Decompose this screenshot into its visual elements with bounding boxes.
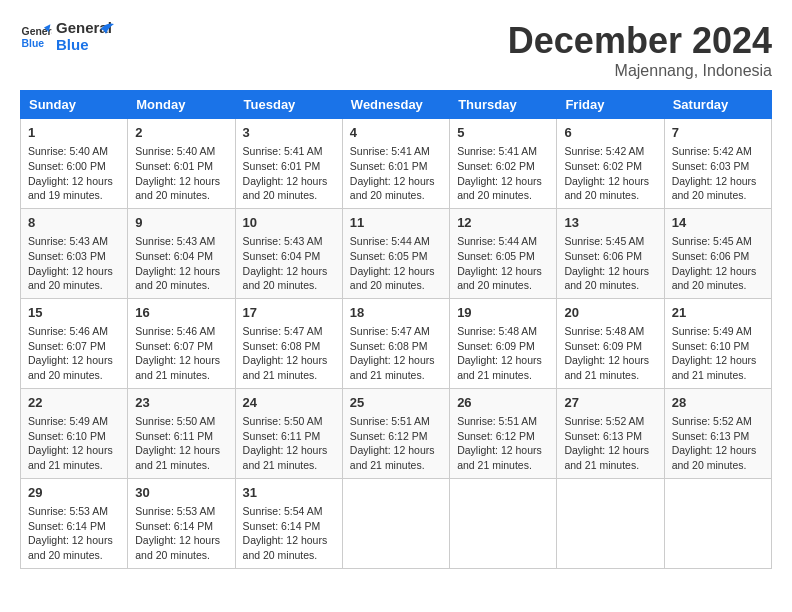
calendar-cell: 22Sunrise: 5:49 AM Sunset: 6:10 PM Dayli… [21,388,128,478]
day-info: Sunrise: 5:47 AM Sunset: 6:08 PM Dayligh… [350,324,442,383]
day-number: 16 [135,304,227,322]
day-number: 6 [564,124,656,142]
calendar-week-row: 1Sunrise: 5:40 AM Sunset: 6:00 PM Daylig… [21,119,772,209]
calendar-cell: 7Sunrise: 5:42 AM Sunset: 6:03 PM Daylig… [664,119,771,209]
calendar-cell: 23Sunrise: 5:50 AM Sunset: 6:11 PM Dayli… [128,388,235,478]
calendar-cell: 10Sunrise: 5:43 AM Sunset: 6:04 PM Dayli… [235,208,342,298]
calendar-cell: 4Sunrise: 5:41 AM Sunset: 6:01 PM Daylig… [342,119,449,209]
day-number: 28 [672,394,764,412]
day-info: Sunrise: 5:43 AM Sunset: 6:03 PM Dayligh… [28,234,120,293]
logo-bird-icon [86,20,114,40]
calendar-cell: 8Sunrise: 5:43 AM Sunset: 6:03 PM Daylig… [21,208,128,298]
calendar-cell [342,478,449,568]
day-number: 22 [28,394,120,412]
day-info: Sunrise: 5:53 AM Sunset: 6:14 PM Dayligh… [28,504,120,563]
day-number: 26 [457,394,549,412]
day-number: 3 [243,124,335,142]
day-info: Sunrise: 5:50 AM Sunset: 6:11 PM Dayligh… [243,414,335,473]
day-number: 7 [672,124,764,142]
day-info: Sunrise: 5:52 AM Sunset: 6:13 PM Dayligh… [564,414,656,473]
day-info: Sunrise: 5:46 AM Sunset: 6:07 PM Dayligh… [28,324,120,383]
day-info: Sunrise: 5:45 AM Sunset: 6:06 PM Dayligh… [672,234,764,293]
day-number: 5 [457,124,549,142]
column-header-monday: Monday [128,91,235,119]
day-info: Sunrise: 5:53 AM Sunset: 6:14 PM Dayligh… [135,504,227,563]
day-info: Sunrise: 5:40 AM Sunset: 6:01 PM Dayligh… [135,144,227,203]
day-number: 15 [28,304,120,322]
calendar-cell: 16Sunrise: 5:46 AM Sunset: 6:07 PM Dayli… [128,298,235,388]
day-info: Sunrise: 5:54 AM Sunset: 6:14 PM Dayligh… [243,504,335,563]
day-info: Sunrise: 5:41 AM Sunset: 6:01 PM Dayligh… [243,144,335,203]
day-number: 2 [135,124,227,142]
day-number: 8 [28,214,120,232]
calendar-cell: 20Sunrise: 5:48 AM Sunset: 6:09 PM Dayli… [557,298,664,388]
column-header-thursday: Thursday [450,91,557,119]
logo-icon: General Blue [20,21,52,53]
day-number: 24 [243,394,335,412]
calendar-cell: 19Sunrise: 5:48 AM Sunset: 6:09 PM Dayli… [450,298,557,388]
calendar-cell: 31Sunrise: 5:54 AM Sunset: 6:14 PM Dayli… [235,478,342,568]
calendar-cell [664,478,771,568]
calendar-cell: 11Sunrise: 5:44 AM Sunset: 6:05 PM Dayli… [342,208,449,298]
calendar-cell [557,478,664,568]
day-info: Sunrise: 5:44 AM Sunset: 6:05 PM Dayligh… [350,234,442,293]
day-info: Sunrise: 5:42 AM Sunset: 6:02 PM Dayligh… [564,144,656,203]
svg-text:Blue: Blue [22,37,45,48]
day-info: Sunrise: 5:45 AM Sunset: 6:06 PM Dayligh… [564,234,656,293]
logo: General Blue General Blue [20,20,114,53]
day-info: Sunrise: 5:51 AM Sunset: 6:12 PM Dayligh… [350,414,442,473]
calendar-cell: 6Sunrise: 5:42 AM Sunset: 6:02 PM Daylig… [557,119,664,209]
calendar-week-row: 15Sunrise: 5:46 AM Sunset: 6:07 PM Dayli… [21,298,772,388]
day-info: Sunrise: 5:42 AM Sunset: 6:03 PM Dayligh… [672,144,764,203]
column-header-wednesday: Wednesday [342,91,449,119]
day-number: 1 [28,124,120,142]
day-number: 4 [350,124,442,142]
day-info: Sunrise: 5:43 AM Sunset: 6:04 PM Dayligh… [135,234,227,293]
calendar-cell: 17Sunrise: 5:47 AM Sunset: 6:08 PM Dayli… [235,298,342,388]
day-number: 14 [672,214,764,232]
day-number: 13 [564,214,656,232]
day-info: Sunrise: 5:49 AM Sunset: 6:10 PM Dayligh… [672,324,764,383]
day-info: Sunrise: 5:52 AM Sunset: 6:13 PM Dayligh… [672,414,764,473]
location-subtitle: Majennang, Indonesia [508,62,772,80]
day-number: 18 [350,304,442,322]
day-number: 10 [243,214,335,232]
day-number: 31 [243,484,335,502]
calendar-week-row: 29Sunrise: 5:53 AM Sunset: 6:14 PM Dayli… [21,478,772,568]
calendar-cell: 5Sunrise: 5:41 AM Sunset: 6:02 PM Daylig… [450,119,557,209]
day-info: Sunrise: 5:40 AM Sunset: 6:00 PM Dayligh… [28,144,120,203]
day-number: 12 [457,214,549,232]
month-title: December 2024 [508,20,772,62]
calendar-cell: 2Sunrise: 5:40 AM Sunset: 6:01 PM Daylig… [128,119,235,209]
column-header-sunday: Sunday [21,91,128,119]
column-header-saturday: Saturday [664,91,771,119]
day-number: 23 [135,394,227,412]
calendar-cell: 26Sunrise: 5:51 AM Sunset: 6:12 PM Dayli… [450,388,557,478]
calendar-cell: 21Sunrise: 5:49 AM Sunset: 6:10 PM Dayli… [664,298,771,388]
page-header: General Blue General Blue December 2024 … [20,20,772,80]
day-number: 9 [135,214,227,232]
day-number: 20 [564,304,656,322]
day-number: 27 [564,394,656,412]
day-info: Sunrise: 5:41 AM Sunset: 6:02 PM Dayligh… [457,144,549,203]
title-block: December 2024 Majennang, Indonesia [508,20,772,80]
day-number: 29 [28,484,120,502]
day-info: Sunrise: 5:46 AM Sunset: 6:07 PM Dayligh… [135,324,227,383]
calendar-cell: 9Sunrise: 5:43 AM Sunset: 6:04 PM Daylig… [128,208,235,298]
calendar-cell: 15Sunrise: 5:46 AM Sunset: 6:07 PM Dayli… [21,298,128,388]
day-info: Sunrise: 5:51 AM Sunset: 6:12 PM Dayligh… [457,414,549,473]
column-header-friday: Friday [557,91,664,119]
calendar-cell: 14Sunrise: 5:45 AM Sunset: 6:06 PM Dayli… [664,208,771,298]
calendar-cell: 25Sunrise: 5:51 AM Sunset: 6:12 PM Dayli… [342,388,449,478]
calendar-cell: 29Sunrise: 5:53 AM Sunset: 6:14 PM Dayli… [21,478,128,568]
day-number: 30 [135,484,227,502]
calendar-cell: 13Sunrise: 5:45 AM Sunset: 6:06 PM Dayli… [557,208,664,298]
day-info: Sunrise: 5:48 AM Sunset: 6:09 PM Dayligh… [564,324,656,383]
calendar-table: SundayMondayTuesdayWednesdayThursdayFrid… [20,90,772,569]
calendar-cell: 30Sunrise: 5:53 AM Sunset: 6:14 PM Dayli… [128,478,235,568]
calendar-cell [450,478,557,568]
day-info: Sunrise: 5:44 AM Sunset: 6:05 PM Dayligh… [457,234,549,293]
day-number: 17 [243,304,335,322]
day-info: Sunrise: 5:48 AM Sunset: 6:09 PM Dayligh… [457,324,549,383]
calendar-cell: 1Sunrise: 5:40 AM Sunset: 6:00 PM Daylig… [21,119,128,209]
